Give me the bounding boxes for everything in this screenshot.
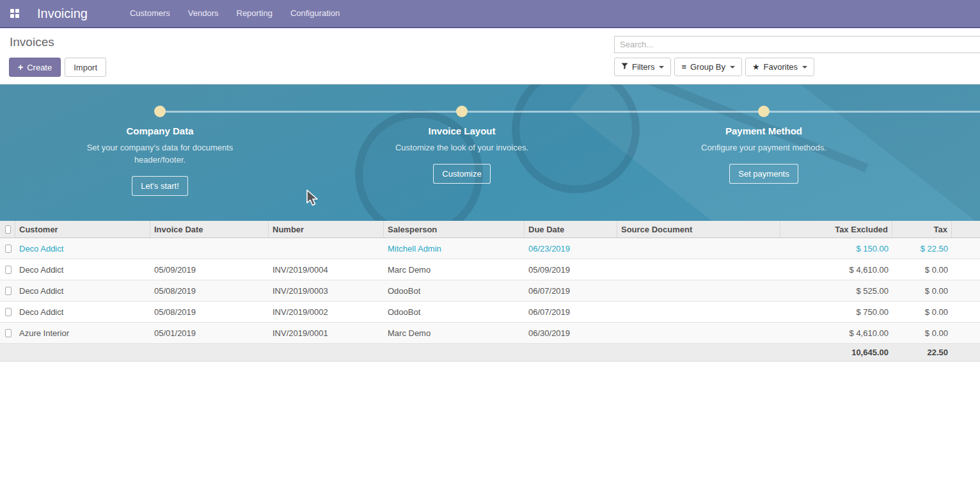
menu-configuration[interactable]: Configuration: [281, 0, 349, 27]
chevron-down-icon: [730, 66, 735, 68]
favorites-button[interactable]: ★ Favorites: [745, 58, 814, 76]
cell-invoice-date: 05/08/2019: [150, 307, 269, 317]
table-row[interactable]: Deco Addict 05/09/2019 INV/2019/0004 Mar…: [0, 259, 980, 280]
cell-salesperson: OdooBot: [384, 286, 525, 296]
group-by-lines-icon: ≡: [681, 62, 686, 72]
cell-due-date: 06/07/2019: [525, 307, 617, 317]
cell-customer: Deco Addict: [15, 307, 150, 317]
select-all-cell: [0, 221, 15, 237]
header-number[interactable]: Number: [269, 221, 384, 237]
row-checkbox[interactable]: [5, 308, 12, 316]
search-options: Filters ≡ Group By ★ Favorites: [614, 58, 818, 76]
control-panel: Invoices + Create Import Filters ≡ Group…: [0, 28, 980, 84]
filters-label: Filters: [632, 62, 654, 72]
plus-icon: +: [18, 62, 23, 72]
chevron-down-icon: [802, 66, 807, 68]
apps-menu-icon[interactable]: [6, 5, 23, 22]
header-invoice-date[interactable]: Invoice Date: [150, 221, 269, 237]
cell-due-date: 06/23/2019: [525, 244, 617, 253]
table-row[interactable]: Deco Addict 05/08/2019 INV/2019/0003 Odo…: [0, 280, 980, 301]
group-by-button[interactable]: ≡ Group By: [674, 58, 742, 76]
page-title: Invoices: [10, 35, 54, 49]
header-due-date[interactable]: Due Date: [525, 221, 617, 237]
step-dot: [154, 106, 166, 117]
step-description: Set your company's data for documents he…: [80, 141, 240, 166]
lets-start-button[interactable]: Let's start!: [132, 176, 188, 196]
row-checkbox[interactable]: [5, 245, 12, 253]
list-body: Deco Addict Mitchell Admin 06/23/2019 $ …: [0, 238, 980, 344]
cell-number: INV/2019/0003: [269, 286, 384, 296]
cell-invoice-date: 05/09/2019: [150, 265, 269, 275]
main-menu: Customers Vendors Reporting Configuratio…: [121, 0, 349, 27]
cell-tax-excluded: $ 4,610.00: [780, 328, 892, 338]
cell-salesperson: OdooBot: [384, 307, 525, 317]
cell-tax-excluded: $ 4,610.00: [780, 265, 892, 275]
import-button[interactable]: Import: [65, 58, 106, 77]
header-customer[interactable]: Customer: [15, 221, 150, 237]
cell-tax: $ 22.50: [892, 244, 952, 253]
header-source-document[interactable]: Source Document: [617, 221, 780, 237]
app-brand[interactable]: Invoicing: [37, 6, 88, 21]
onboarding-step-payment-method: Payment Method Configure your payment me…: [655, 125, 873, 184]
cell-invoice-date: 05/01/2019: [150, 328, 269, 338]
table-row[interactable]: Deco Addict 05/08/2019 INV/2019/0002 Odo…: [0, 301, 980, 323]
cell-salesperson: Mitchell Admin: [384, 244, 525, 253]
table-row[interactable]: Deco Addict Mitchell Admin 06/23/2019 $ …: [0, 238, 980, 259]
cell-due-date: 06/30/2019: [525, 328, 617, 338]
step-dot: [456, 106, 468, 117]
cell-customer: Deco Addict: [15, 265, 150, 275]
step-description: Customize the look of your invoices.: [382, 141, 542, 154]
menu-customers[interactable]: Customers: [121, 0, 179, 27]
step-title: Invoice Layout: [353, 125, 571, 136]
step-title: Payment Method: [655, 125, 873, 136]
cell-customer: Deco Addict: [15, 286, 150, 296]
row-checkbox[interactable]: [5, 287, 12, 295]
onboarding-step-company-data: Company Data Set your company's data for…: [51, 125, 269, 196]
cell-due-date: 06/07/2019: [525, 286, 617, 296]
row-checkbox[interactable]: [5, 329, 12, 337]
onboarding-step-invoice-layout: Invoice Layout Customize the look of you…: [353, 125, 571, 184]
cell-number: INV/2019/0004: [269, 265, 384, 275]
favorites-label: Favorites: [764, 62, 798, 72]
cell-tax-excluded: $ 150.00: [780, 244, 892, 253]
filters-button[interactable]: Filters: [614, 58, 671, 76]
create-button[interactable]: + Create: [9, 58, 61, 77]
customize-button[interactable]: Customize: [433, 164, 490, 184]
total-tax: 22.50: [892, 348, 952, 357]
onboarding-progress-line: [160, 111, 980, 113]
filter-funnel-icon: [621, 62, 628, 72]
create-button-label: Create: [27, 63, 52, 72]
cell-tax: $ 0.00: [892, 286, 952, 296]
menu-reporting[interactable]: Reporting: [228, 0, 281, 27]
row-checkbox[interactable]: [5, 266, 12, 274]
cell-tax: $ 0.00: [892, 307, 952, 317]
invoice-list: Customer Invoice Date Number Salesperson…: [0, 221, 980, 362]
search-input[interactable]: [615, 36, 980, 52]
cell-tax: $ 0.00: [892, 265, 952, 275]
header-tax-excluded[interactable]: Tax Excluded: [780, 221, 892, 237]
header-salesperson[interactable]: Salesperson: [384, 221, 525, 237]
cell-tax: $ 0.00: [892, 328, 952, 338]
cell-customer: Azure Interior: [15, 328, 150, 338]
action-buttons: + Create Import: [9, 58, 106, 77]
set-payments-button[interactable]: Set payments: [729, 164, 798, 184]
select-all-checkbox[interactable]: [5, 225, 11, 234]
cell-invoice-date: 05/08/2019: [150, 286, 269, 296]
top-navbar: Invoicing Customers Vendors Reporting Co…: [0, 0, 980, 28]
header-tax[interactable]: Tax: [892, 221, 952, 237]
import-button-label: Import: [74, 63, 97, 72]
table-row[interactable]: Azure Interior 05/01/2019 INV/2019/0001 …: [0, 323, 980, 344]
total-tax-excluded: 10,645.00: [780, 348, 892, 357]
cell-tax-excluded: $ 750.00: [780, 307, 892, 317]
chevron-down-icon: [659, 66, 664, 68]
header-spacer: [952, 221, 980, 237]
cell-salesperson: Marc Demo: [384, 265, 525, 275]
step-title: Company Data: [51, 125, 269, 136]
step-dot: [758, 106, 770, 117]
cell-customer: Deco Addict: [15, 244, 150, 253]
cell-tax-excluded: $ 525.00: [780, 286, 892, 296]
menu-vendors[interactable]: Vendors: [179, 0, 228, 27]
cell-number: INV/2019/0002: [269, 307, 384, 317]
step-description: Configure your payment methods.: [684, 141, 844, 154]
search-box: [614, 36, 980, 53]
